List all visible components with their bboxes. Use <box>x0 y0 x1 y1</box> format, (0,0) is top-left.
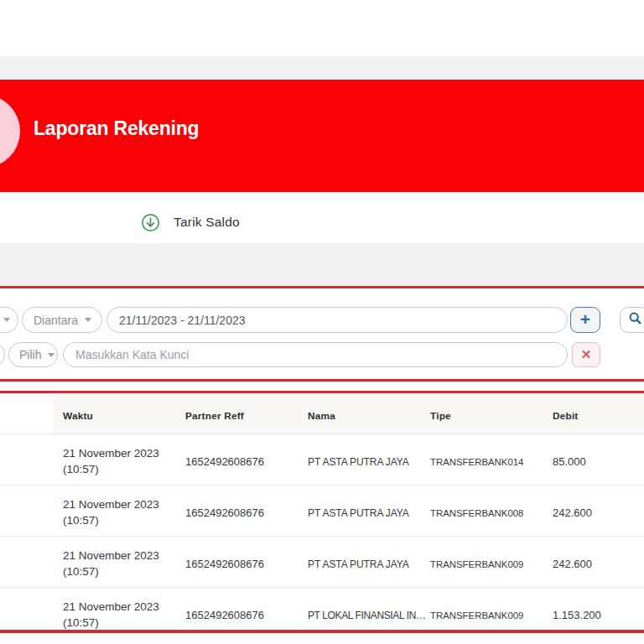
date-range-input[interactable] <box>119 314 555 327</box>
app-window: Laporan Rekening Tarik Saldo Dian <box>0 0 644 644</box>
report-table-card: Waktu Partner Reff Nama Tipe Debit 21 No… <box>0 391 644 633</box>
close-icon: ✕ <box>581 347 592 362</box>
clear-button[interactable]: ✕ <box>572 342 600 367</box>
chevron-down-icon <box>3 318 10 322</box>
cell-debit: 85.000 <box>543 434 644 485</box>
date-range-input-wrap <box>106 307 568 333</box>
header-cell-partner: Partner Reff <box>176 393 299 434</box>
cards-gap <box>0 382 644 391</box>
cell-tipe: TRANSFERBANK014 <box>421 434 543 485</box>
top-white-band <box>0 0 644 56</box>
filter-type-select[interactable] <box>0 307 18 333</box>
chevron-down-icon <box>48 353 55 357</box>
pick-select[interactable]: Pilih <box>8 342 58 367</box>
page: Laporan Rekening Tarik Saldo Dian <box>0 0 644 644</box>
keyword-input-wrap <box>63 342 568 367</box>
cell-debit: 242.600 <box>543 485 644 536</box>
cell-partner-reff: 1652492608676 <box>176 587 299 633</box>
cell-nama: PT LOKAL FINANSIAL IN… <box>299 587 421 633</box>
keyword-field-select[interactable] <box>0 342 5 367</box>
search-button[interactable] <box>620 307 644 333</box>
header-cell-nama: Nama <box>299 393 421 434</box>
report-table: Waktu Partner Reff Nama Tipe Debit 21 No… <box>0 393 644 633</box>
header-cell-tipe: Tipe <box>421 393 543 434</box>
table-row[interactable]: 21 November 2023(10:57) 1652492608676 PT… <box>0 536 644 587</box>
cell-waktu: 21 November 2023(10:57) <box>63 446 168 477</box>
header-cell-waktu: Waktu <box>54 393 176 434</box>
cell-partner-reff: 1652492608676 <box>176 536 299 587</box>
table-header-row: Waktu Partner Reff Nama Tipe Debit <box>0 393 644 434</box>
add-filter-button[interactable]: + <box>570 307 600 333</box>
cell-partner-reff: 1652492608676 <box>176 434 299 485</box>
cell-partner-reff: 1652492608676 <box>176 485 299 536</box>
gray-divider-middle <box>0 243 644 286</box>
cell-nama: PT ASTA PUTRA JAYA <box>299 485 421 536</box>
toolbar-band: Tarik Saldo <box>0 192 644 243</box>
table-row[interactable]: 21 November 2023(10:57) 1652492608676 PT… <box>0 587 644 633</box>
page-header: Laporan Rekening <box>0 80 644 192</box>
page-title: Laporan Rekening <box>34 117 386 140</box>
range-select[interactable]: Diantara <box>22 307 102 333</box>
withdraw-balance-label: Tarik Saldo <box>174 215 240 230</box>
cell-waktu: 21 November 2023(10:57) <box>63 548 168 579</box>
withdraw-balance-button[interactable]: Tarik Saldo <box>141 213 240 231</box>
plus-icon: + <box>580 310 590 328</box>
cell-waktu: 21 November 2023(10:57) <box>63 600 168 631</box>
cell-tipe: TRANSFERBANK008 <box>421 485 543 536</box>
cell-tipe: TRANSFERBANK009 <box>421 587 543 633</box>
cell-waktu: 21 November 2023(10:57) <box>63 497 168 528</box>
cell-debit: 1.153.200 <box>543 587 644 633</box>
magnifier-icon <box>628 311 642 329</box>
range-select-label: Diantara <box>34 314 78 327</box>
header-cell-debit: Debit <box>543 393 644 434</box>
cell-nama: PT ASTA PUTRA JAYA <box>299 434 421 485</box>
gray-divider-top <box>0 56 644 80</box>
arrow-down-circle-icon <box>141 213 160 232</box>
chevron-down-icon <box>85 318 91 322</box>
avatar <box>0 95 20 168</box>
filter-card: Diantara + Pilih <box>0 286 644 382</box>
table-row[interactable]: 21 November 2023(10:57) 1652492608676 PT… <box>0 485 644 536</box>
cell-tipe: TRANSFERBANK009 <box>421 536 543 587</box>
cell-debit: 242.600 <box>543 536 644 587</box>
header-cell-empty <box>0 393 54 434</box>
pick-select-label: Pilih <box>19 348 41 361</box>
cell-nama: PT ASTA PUTRA JAYA <box>299 536 421 587</box>
table-row[interactable]: 21 November 2023(10:57) 1652492608676 PT… <box>0 434 644 485</box>
keyword-input[interactable] <box>75 348 555 361</box>
